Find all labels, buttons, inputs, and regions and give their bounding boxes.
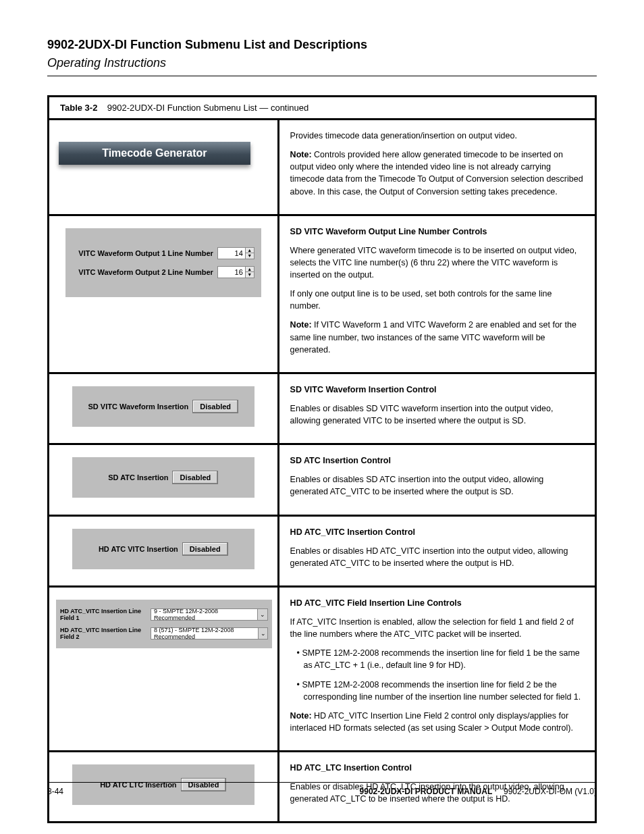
vitc-ctrl-p2: If only one output line is to be used, s… (290, 288, 584, 312)
hd-atc-line-desc: If ATC_VITC Insertion is enabled, allow … (290, 616, 584, 640)
sd-vitc-label: SD VITC Waveform Insertion (88, 402, 189, 411)
chevron-down-icon: ⌄ (257, 609, 267, 620)
vitc-out1-input[interactable] (217, 247, 246, 259)
hd-atc-line-f1-select[interactable]: 9 - SMPTE 12M-2-2008 Recommended ⌄ (151, 608, 268, 621)
doc-chapter: Operating Instructions (47, 56, 597, 70)
spinner-down-icon[interactable]: ▼ (246, 253, 254, 259)
hd-atc-bullet2: • SMPTE 12M-2-2008 recommends the insert… (304, 679, 584, 703)
sd-atc-label: SD ATC Insertion (108, 473, 168, 481)
header-divider (47, 76, 597, 76)
spinner-up-icon[interactable]: ▲ (246, 248, 254, 253)
chevron-down-icon: ⌄ (258, 628, 267, 639)
vitc-out1-spinner[interactable]: ▲ ▼ (217, 247, 254, 259)
hd-atc-line-note: Note: HD ATC_VITC Insertion Line Field 2… (290, 710, 584, 734)
table-caption-title: 9902-2UDX-DI Function Submenu List — con… (107, 103, 308, 113)
note-label: Note: (290, 711, 312, 721)
hd-atc-line-f2-value: 8 (571) - SMPTE 12M-2-2008 Recommended (154, 627, 258, 640)
doc-title: 9902-2UDX-DI Function Submenu List and D… (47, 38, 367, 52)
note-text: Controls provided here allow generated t… (290, 150, 583, 196)
hd-atc-line-heading: HD ATC_VITC Field Insertion Line Control… (290, 597, 584, 609)
hd-atc-vitc-desc: Enables or disables HD ATC_VITC insertio… (290, 545, 584, 569)
note-label: Note: (290, 150, 312, 159)
footer-manual-title: 9902-2UDX-DI PRODUCT MANUAL (360, 787, 493, 796)
note-label: Note: (290, 320, 312, 330)
footer-right: 9902-2UDX-DI PRODUCT MANUAL 9902-2UDX-DI… (360, 787, 597, 796)
vitc-out2-input[interactable] (217, 266, 246, 278)
footer-revision: 9902-2UDX-DI-OM (V1.0) (504, 787, 597, 796)
sd-vitc-toggle[interactable]: Disabled (192, 400, 238, 413)
sd-atc-toggle[interactable]: Disabled (172, 471, 218, 484)
hd-atc-line-f2-select[interactable]: 8 (571) - SMPTE 12M-2-2008 Recommended ⌄ (151, 627, 268, 640)
hd-atc-vitc-label: HD ATC VITC Insertion (99, 545, 178, 553)
spinner-down-icon[interactable]: ▼ (246, 272, 254, 278)
doc-header: 9902-2UDX-DI Function Submenu List and D… (47, 38, 597, 76)
sd-vitc-desc: Enables or disables SD VITC waveform ins… (290, 402, 584, 427)
vitc-ctrl-heading: SD VITC Waveform Output Line Number Cont… (290, 226, 584, 238)
footer-divider (47, 782, 597, 783)
hd-atc-line-f2-label: HD ATC_VITC Insertion Line Field 2 (60, 627, 148, 640)
note-text: HD ATC_VITC Insertion Line Field 2 contr… (290, 711, 573, 733)
spinner-up-icon[interactable]: ▲ (246, 267, 254, 272)
hd-atc-line-f1-label: HD ATC_VITC Insertion Line Field 1 (60, 608, 148, 621)
doc-footer: 3-44 9902-2UDX-DI PRODUCT MANUAL 9902-2U… (47, 782, 597, 796)
hd-atc-bullet1: • SMPTE 12M-2-2008 recommends the insert… (304, 647, 584, 671)
function-table: Table 3-2 9902-2UDX-DI Function Submenu … (47, 95, 597, 823)
sd-atc-heading: SD ATC Insertion Control (290, 454, 584, 467)
hd-atc-vitc-toggle[interactable]: Disabled (182, 542, 228, 556)
vitc-out2-spinner[interactable]: ▲ ▼ (217, 266, 254, 278)
vitc-ctrl-p1: Where generated VITC waveform timecode i… (290, 244, 584, 281)
vitc-ctrl-note: Note: If VITC Waveform 1 and VITC Wavefo… (290, 319, 584, 355)
page-number: 3-44 (47, 787, 63, 796)
hd-atc-line-f1-value: 9 - SMPTE 12M-2-2008 Recommended (154, 608, 257, 621)
note-text: If VITC Waveform 1 and VITC Waveform 2 a… (290, 320, 576, 354)
vitc-out1-label: VITC Waveform Output 1 Line Number (78, 249, 213, 257)
timecode-generator-banner: Timecode Generator (59, 142, 250, 165)
sd-vitc-heading: SD VITC Waveform Insertion Control (290, 384, 584, 396)
tc-gen-desc: Provides timecode data generation/insert… (290, 130, 584, 142)
tc-gen-note: Note: Controls provided here allow gener… (290, 149, 584, 198)
sd-atc-desc: Enables or disables SD ATC insertion int… (290, 473, 584, 498)
table-caption-prefix: Table 3-2 (60, 103, 97, 113)
hd-atc-vitc-heading: HD ATC_VITC Insertion Control (290, 526, 584, 538)
vitc-out2-label: VITC Waveform Output 2 Line Number (78, 268, 213, 276)
hd-atc-ltc-heading: HD ATC_LTC Insertion Control (290, 762, 584, 774)
